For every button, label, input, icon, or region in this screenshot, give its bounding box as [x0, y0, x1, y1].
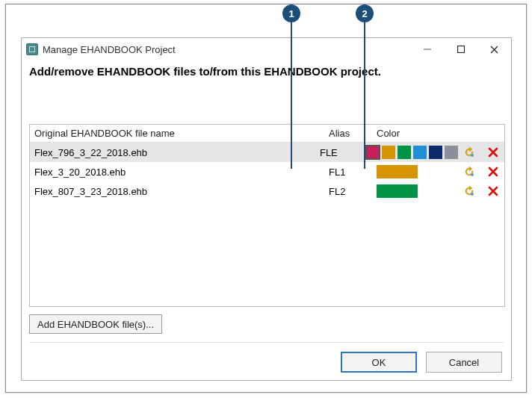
refresh-icon[interactable] — [463, 165, 476, 178]
header-alias: Alias — [329, 128, 377, 139]
remove-icon[interactable] — [486, 184, 500, 198]
file-name-cell: Flex_3_20_2018.ehb — [30, 167, 329, 178]
color-palette — [366, 146, 458, 159]
table-row[interactable]: Flex_807_3_23_2018.ehbFL2 — [30, 181, 504, 201]
alias-cell[interactable]: FL1 — [329, 167, 377, 178]
header-file: Original EHANDBOOK file name — [30, 128, 329, 139]
color-swatch[interactable] — [398, 146, 411, 159]
color-swatch[interactable] — [429, 146, 442, 159]
dialog-window: Manage EHANDBOOK Project Add/remove EHAN… — [21, 37, 512, 381]
svg-point-10 — [471, 193, 474, 196]
callout-2: 2 — [356, 4, 374, 22]
app-icon — [26, 43, 38, 55]
refresh-icon[interactable] — [463, 184, 476, 198]
remove-icon[interactable] — [486, 146, 500, 159]
maximize-button[interactable] — [444, 38, 477, 60]
color-cell — [366, 146, 504, 159]
color-swatch[interactable] — [413, 146, 427, 159]
table-row[interactable]: Flex_3_20_2018.ehbFL1 — [30, 162, 504, 181]
divider — [29, 342, 504, 343]
minimize-button[interactable] — [410, 38, 444, 60]
remove-icon[interactable] — [486, 165, 500, 178]
column-headers: Original EHANDBOOK file name Alias Color — [30, 125, 504, 143]
color-cell — [377, 184, 504, 198]
color-cell — [377, 165, 504, 178]
titlebar: Manage EHANDBOOK Project — [22, 38, 511, 60]
alias-cell[interactable]: FLE — [320, 147, 366, 158]
ok-button[interactable]: OK — [341, 352, 417, 373]
close-button[interactable] — [477, 38, 511, 60]
file-name-cell: Flex_796_3_22_2018.ehb — [30, 147, 320, 158]
window-title: Manage EHANDBOOK Project — [43, 44, 410, 55]
svg-point-7 — [471, 173, 474, 176]
svg-rect-1 — [457, 46, 464, 53]
cancel-button[interactable]: Cancel — [426, 352, 502, 373]
color-bar[interactable] — [377, 184, 418, 198]
color-swatch[interactable] — [366, 146, 380, 159]
color-swatch[interactable] — [382, 146, 395, 159]
dialog-footer: OK Cancel — [341, 352, 502, 373]
callout-1: 1 — [282, 4, 300, 22]
svg-point-4 — [471, 154, 474, 157]
color-swatch[interactable] — [445, 146, 458, 159]
page-heading: Add/remove EHANDBOOK files to/from this … — [22, 60, 511, 78]
add-files-button[interactable]: Add EHANDBOOK file(s)... — [29, 314, 162, 334]
color-bar[interactable] — [377, 165, 418, 178]
file-list-panel: Original EHANDBOOK file name Alias Color… — [29, 124, 505, 307]
refresh-icon[interactable] — [463, 146, 476, 159]
file-name-cell: Flex_807_3_23_2018.ehb — [30, 186, 329, 197]
alias-cell[interactable]: FL2 — [329, 186, 377, 197]
table-row[interactable]: Flex_796_3_22_2018.ehbFLE — [30, 143, 504, 162]
header-color: Color — [377, 128, 504, 139]
